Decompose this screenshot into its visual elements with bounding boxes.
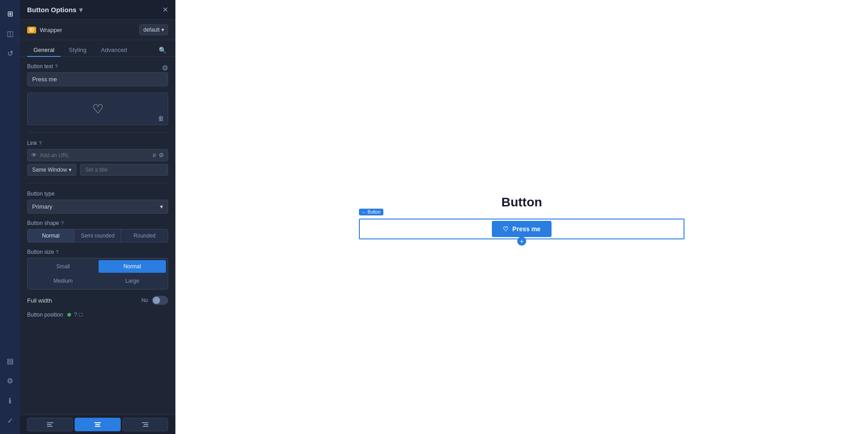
settings-icon[interactable]: ⚙ (2, 373, 18, 389)
button-shape-label: Button shape ? (27, 220, 168, 226)
link-row: 👁 # ⚙ (27, 149, 168, 161)
button-text-header: Button text ? ⚙ (27, 63, 168, 72)
window-select[interactable]: Same Window ▾ (27, 164, 76, 176)
panel-content: Button text ? ⚙ ♡ 🗑 Link ? 👁 # (20, 57, 175, 415)
button-tag: ← Button (359, 209, 383, 215)
preview-heart-icon: ♡ (503, 225, 509, 233)
tabs-bar: General Styling Advanced 🔍 (20, 40, 175, 57)
preview-button[interactable]: ♡ Press me (492, 221, 551, 237)
full-width-label: Full width (27, 297, 52, 304)
wrapper-label: Wrapper (40, 27, 136, 33)
svg-rect-4 (95, 424, 100, 425)
position-icons: ? □ (74, 311, 82, 318)
window-chevron: ▾ (69, 167, 71, 173)
size-large[interactable]: Large (99, 275, 166, 287)
panel-title: Button Options ▾ (27, 6, 83, 14)
full-width-field: Full width No (27, 296, 168, 305)
full-width-toggle[interactable] (152, 296, 168, 305)
panel-close-button[interactable]: ✕ (162, 5, 168, 14)
button-tag-text: Button (368, 210, 381, 215)
grid-icon[interactable]: ⊞ (2, 5, 18, 22)
button-shape-field: Button shape ? Normal Semi rounded Round… (27, 220, 168, 243)
button-text-label: Button text ? (27, 63, 58, 70)
align-left-button[interactable] (27, 418, 73, 431)
canvas-content: Button ← Button ♡ Press me + (359, 195, 684, 239)
button-text-help-icon[interactable]: ? (55, 64, 57, 69)
info-icon[interactable]: ℹ (2, 392, 18, 409)
size-medium[interactable]: Medium (29, 275, 97, 287)
button-shape-help-icon[interactable]: ? (61, 220, 64, 226)
shape-rounded[interactable]: Rounded (121, 229, 168, 242)
link-gear-icon[interactable]: ⚙ (159, 152, 164, 159)
link-label: Link ? (27, 140, 168, 146)
divider-1 (27, 132, 168, 133)
link-field: Link ? 👁 # ⚙ Same Window ▾ (27, 140, 168, 176)
layers-icon[interactable]: ◫ (2, 25, 18, 42)
heart-icon: ♡ (92, 102, 104, 117)
icon-preview-box: ♡ 🗑 (27, 93, 168, 125)
tab-advanced[interactable]: Advanced (94, 44, 133, 57)
layout-icon[interactable]: ▤ (2, 353, 18, 369)
link-help-icon[interactable]: ? (39, 140, 42, 146)
shape-semi-rounded[interactable]: Semi rounded (75, 229, 122, 242)
button-tag-arrow: ← (362, 210, 366, 215)
panel-title-chevron[interactable]: ▾ (79, 6, 83, 14)
button-position-label: Button position ? □ (27, 311, 168, 318)
link-title-input[interactable] (80, 164, 168, 176)
canvas-section-title: Button (501, 195, 542, 210)
button-size-label: Button size ? (27, 249, 168, 255)
button-text-field: Button text ? ⚙ (27, 63, 168, 86)
button-type-select[interactable]: Primary ▾ (27, 200, 168, 214)
size-small[interactable]: Small (29, 260, 97, 273)
position-layout-icon[interactable]: □ (79, 311, 83, 318)
button-size-field: Button size ? Small Normal Medium Large (27, 249, 168, 289)
svg-rect-6 (142, 422, 148, 423)
tab-styling[interactable]: Styling (62, 44, 93, 57)
wrapper-select[interactable]: default ▾ (139, 24, 168, 35)
svg-rect-0 (47, 422, 53, 423)
button-shape-selector: Normal Semi rounded Rounded (27, 229, 168, 243)
link-icons: # ⚙ (153, 152, 164, 159)
full-width-row: Full width No (27, 296, 168, 305)
full-width-toggle-right: No (142, 296, 168, 305)
align-bar (20, 415, 175, 434)
button-type-field: Button type Primary ▾ (27, 191, 168, 214)
options-panel: Button Options ▾ ✕ ID Wrapper default ▾ … (20, 0, 175, 434)
tab-search-icon[interactable]: 🔍 (157, 45, 168, 56)
position-help-icon[interactable]: ? (74, 311, 77, 318)
position-row: ? □ (67, 311, 82, 318)
add-element-button[interactable]: + (517, 237, 526, 246)
button-text-settings-icon[interactable]: ⚙ (162, 64, 168, 72)
size-normal[interactable]: Normal (99, 260, 166, 273)
canvas-area: Button ← Button ♡ Press me + (175, 0, 868, 434)
icon-bar: ⊞ ◫ ↺ ▤ ⚙ ℹ ✓ (0, 0, 20, 434)
wrapper-select-chevron: ▾ (161, 27, 164, 33)
svg-rect-2 (47, 426, 52, 427)
history-icon[interactable]: ↺ (2, 45, 18, 61)
button-size-grid: Small Normal Medium Large (27, 258, 168, 289)
wrapper-row: ID Wrapper default ▾ (20, 20, 175, 40)
align-right-button[interactable] (123, 418, 168, 431)
link-url-input[interactable] (40, 152, 150, 159)
check-icon[interactable]: ✓ (2, 412, 18, 429)
button-type-value: Primary (32, 203, 52, 210)
window-select-value: Same Window (32, 167, 67, 173)
link-eye-icon[interactable]: 👁 (31, 152, 37, 159)
link-bottom-row: Same Window ▾ (27, 164, 168, 176)
tab-general[interactable]: General (27, 44, 61, 57)
button-type-label: Button type (27, 191, 168, 197)
button-container: ← Button ♡ Press me + (359, 219, 684, 239)
button-text-input[interactable] (27, 72, 168, 86)
svg-rect-7 (144, 424, 148, 425)
link-tag-icon[interactable]: # (153, 152, 156, 159)
align-center-button[interactable] (75, 418, 120, 431)
svg-rect-8 (143, 426, 148, 427)
button-position-field: Button position ? □ (27, 311, 168, 321)
delete-icon[interactable]: 🗑 (158, 115, 164, 122)
svg-rect-5 (95, 426, 100, 427)
preview-button-label: Press me (512, 225, 540, 233)
position-active-dot (67, 313, 71, 317)
shape-normal[interactable]: Normal (28, 229, 75, 242)
button-size-help-icon[interactable]: ? (56, 249, 58, 255)
divider-2 (27, 183, 168, 183)
